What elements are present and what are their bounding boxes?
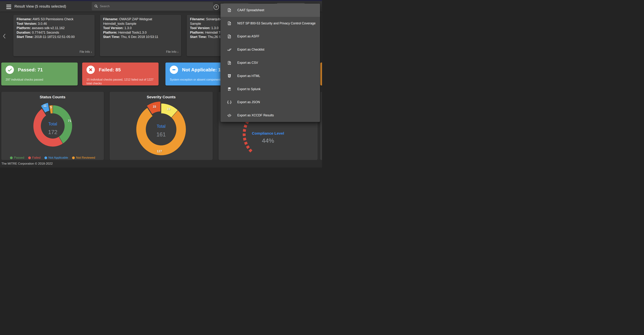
legend-item-passed[interactable]: Passed xyxy=(10,156,24,160)
legend-dot xyxy=(44,156,47,159)
file-row: Platform: Heimdall Tools1.3.0 xyxy=(103,30,178,35)
passed-card[interactable]: Passed: 71 297 individual checks passed xyxy=(1,63,78,86)
file-row: Platform: awsaws-sdk-v2.11.162 xyxy=(16,26,92,30)
legend-label: Not Reviewed xyxy=(76,156,95,160)
export-menu-item-label: Export as XCCDF Results xyxy=(237,114,274,117)
file-info-link[interactable]: File Info ↓ xyxy=(80,50,92,54)
file-row: Duration: 0.774471 Seconds xyxy=(16,30,92,35)
export-menu-item-6[interactable]: Export as HTML xyxy=(220,69,320,83)
menu-icon[interactable] xyxy=(6,5,11,9)
severity-donut-center: Total 161 xyxy=(156,124,166,138)
legend-item-failed[interactable]: Failed xyxy=(28,156,40,160)
file-card-1[interactable]: Filename: AWS S3 Permissions Check Tool … xyxy=(13,15,95,56)
search-input[interactable] xyxy=(100,5,210,8)
export-menu-item-label: Export as ASFF xyxy=(237,35,260,38)
export-menu-item-label: CAAT Spreadsheet xyxy=(237,8,264,12)
carousel-prev-button[interactable] xyxy=(2,34,6,40)
check-circle-icon xyxy=(6,66,14,74)
file-excel-icon xyxy=(227,21,232,26)
export-menu-item-4[interactable]: Export as Checklist xyxy=(220,43,320,56)
donut-slice-label: 127 xyxy=(157,150,162,153)
donut-slice-label: 15 xyxy=(153,105,156,108)
code-tags-icon xyxy=(227,113,232,118)
export-menu-item-3[interactable]: Export as ASFF xyxy=(220,30,320,43)
compliance-level-label: Compliance Level xyxy=(252,131,284,136)
file-info-link[interactable]: File Info ↓ xyxy=(166,50,178,54)
severity-counts-card: Severity Counts 1912715 Total 161 xyxy=(110,92,213,160)
failed-subtext: 15 individual checks passed, 1212 failed… xyxy=(86,78,155,85)
failed-title: Failed: 85 xyxy=(99,67,121,73)
export-menu-item-label: NIST SP 800-53 Security and Privacy Cont… xyxy=(237,22,316,25)
legend-dot xyxy=(10,156,13,159)
code-json-icon xyxy=(227,100,232,104)
legend-label: Failed xyxy=(32,156,40,160)
export-menu-item-5[interactable]: Export as CSV xyxy=(220,56,320,69)
file-card-2[interactable]: Filename: OWASP ZAP Webgoat Heimdall_too… xyxy=(100,15,181,56)
page-title: Result View (5 results selected) xyxy=(14,1,66,12)
not-applicable-title: Not Applicable: 11 xyxy=(182,67,223,73)
donut-slice-label: 5 xyxy=(50,106,52,109)
export-menu-item-label: Export to Splunk xyxy=(237,87,260,91)
export-menu-item-label: Export as Checklist xyxy=(237,48,264,52)
file-row: Filename: AWS S3 Permissions Check xyxy=(16,17,92,22)
passed-subtext: 297 individual checks passed xyxy=(6,78,74,82)
search-box xyxy=(92,2,213,11)
export-menu-item-9[interactable]: Export as XCCDF Results xyxy=(220,109,320,122)
passed-title: Passed: 71 xyxy=(18,67,43,73)
file-row: Tool Version: 3.0.46 xyxy=(16,22,92,26)
legend-item-not-reviewed[interactable]: Not Reviewed xyxy=(72,156,95,160)
export-menu-item-label: Export as JSON xyxy=(237,100,260,104)
file-row: Start Time: Thu, 6 Dec 2018 10:53:11 xyxy=(103,35,178,39)
help-icon[interactable]: ? xyxy=(214,5,219,10)
not-reviewed-card-edge[interactable] xyxy=(320,63,322,86)
export-menu-item-label: Export as HTML xyxy=(237,74,260,78)
legend-label: Passed xyxy=(14,156,24,160)
export-menu-item-1[interactable]: CAAT Spreadsheet xyxy=(220,4,320,17)
donut-slice-label: 19 xyxy=(167,107,170,111)
legend-item-not-applicable[interactable]: Not Applicable xyxy=(44,156,68,160)
donut-slice-label: 71 xyxy=(68,119,71,123)
legend-dot xyxy=(28,156,31,159)
file-row: Filename: OWASP ZAP Webgoat Heimdall_too… xyxy=(103,17,178,26)
file-excel-icon xyxy=(227,8,232,12)
check-all-icon xyxy=(227,48,232,52)
search-icon xyxy=(94,4,98,8)
export-menu: CAAT SpreadsheetNIST SP 800-53 Security … xyxy=(220,4,320,122)
export-menu-item-label: Export as CSV xyxy=(237,61,258,65)
export-menu-item-8[interactable]: Export as JSON xyxy=(220,96,320,109)
heimdall-result-view: Result View (5 results selected) ? Filen… xyxy=(0,0,322,168)
compliance-level-value: 44% xyxy=(262,137,274,144)
html5-icon xyxy=(227,74,232,78)
file-row: Tool Version: 1.3.0 xyxy=(103,26,178,30)
export-menu-item-7[interactable]: Export to Splunk xyxy=(220,83,320,96)
legend-dot xyxy=(72,156,75,159)
failed-card[interactable]: Failed: 85 15 individual checks passed, … xyxy=(82,63,158,86)
export-menu-item-2[interactable]: NIST SP 800-53 Security and Privacy Cont… xyxy=(220,17,320,30)
close-circle-icon xyxy=(86,66,95,74)
file-document-icon xyxy=(227,34,232,39)
status-donut-center: Total 172 xyxy=(48,122,58,136)
legend-label: Not Applicable xyxy=(48,156,68,160)
database-export-icon xyxy=(227,87,232,91)
file-delimited-icon xyxy=(227,61,232,65)
donut-slice-label: 11 xyxy=(43,104,46,108)
next-chart-card-edge xyxy=(320,92,322,160)
status-counts-legend[interactable]: PassedFailedNot ApplicableNot Reviewed xyxy=(1,156,104,160)
chevron-left-icon xyxy=(2,34,6,39)
copyright-text: The MITRE Corporation © 2018-2022 xyxy=(2,162,53,166)
file-row: Start Time: 2018-11-18T21:02:51-05:00 xyxy=(16,35,92,39)
minus-circle-icon xyxy=(170,66,178,74)
status-counts-card: Status Counts 71115 Total 172 PassedFail… xyxy=(1,92,104,160)
footer: The MITRE Corporation © 2018-2022 xyxy=(0,160,322,168)
